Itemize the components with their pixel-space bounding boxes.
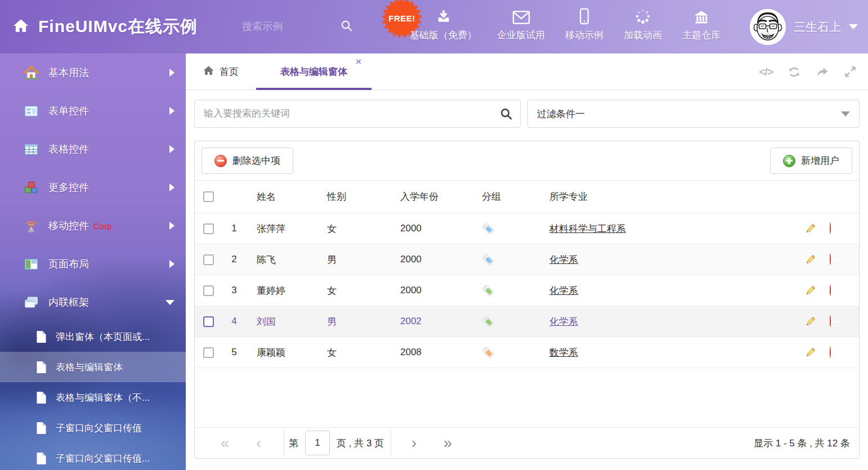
column-header-year[interactable]: 入学年份 bbox=[389, 190, 471, 203]
nav-item-enterprise-trial[interactable]: 企业版试用 bbox=[497, 7, 545, 42]
filter-row: 过滤条件一 bbox=[194, 100, 860, 128]
edit-icon[interactable] bbox=[804, 254, 816, 266]
sidebar-item-form-controls[interactable]: 表单控件 bbox=[0, 92, 186, 130]
tag-icon bbox=[482, 346, 494, 359]
major-link[interactable]: 材料科学与工程系 bbox=[549, 223, 626, 234]
nav-item-label: 移动示例 bbox=[565, 29, 603, 42]
tab-home[interactable]: 首页 bbox=[203, 53, 239, 90]
delete-row-icon[interactable] bbox=[830, 222, 831, 234]
chevron-down-icon bbox=[849, 24, 858, 29]
antenna-icon bbox=[24, 218, 39, 234]
table-header: 姓名 性别 入学年份 分组 所学专业 bbox=[195, 181, 859, 213]
filter-dropdown[interactable]: 过滤条件一 bbox=[527, 100, 860, 128]
cell-year: 2002 bbox=[389, 316, 471, 327]
prev-page-button[interactable]: ‹ bbox=[256, 436, 261, 451]
edit-icon[interactable] bbox=[804, 223, 816, 235]
row-index: 3 bbox=[223, 285, 245, 296]
header-search-input[interactable] bbox=[242, 21, 332, 33]
major-link[interactable]: 化学系 bbox=[549, 254, 578, 265]
first-page-button[interactable]: « bbox=[221, 436, 229, 451]
delete-row-icon[interactable] bbox=[830, 253, 831, 265]
column-header-gender[interactable]: 性别 bbox=[316, 190, 389, 203]
chevron-down-icon bbox=[841, 111, 850, 117]
sidebar-subitem-child-to-parent-2[interactable]: 子窗口向父窗口传值... bbox=[0, 443, 186, 470]
chevron-right-icon bbox=[169, 222, 175, 230]
column-header-group[interactable]: 分组 bbox=[471, 190, 538, 203]
app-title: FineUIMvc在线示例 bbox=[38, 15, 198, 38]
edit-icon[interactable] bbox=[804, 347, 816, 359]
open-new-window-icon[interactable] bbox=[816, 65, 829, 79]
chevron-right-icon bbox=[169, 69, 175, 77]
row-checkbox[interactable] bbox=[203, 347, 214, 358]
row-checkbox[interactable] bbox=[203, 254, 214, 265]
minus-circle-icon bbox=[214, 155, 227, 167]
close-icon[interactable]: × bbox=[356, 57, 361, 66]
sidebar-subitem-grid-edit-window[interactable]: 表格与编辑窗体 bbox=[0, 352, 186, 382]
delete-row-icon[interactable] bbox=[830, 284, 831, 296]
chevron-right-icon bbox=[169, 260, 175, 268]
chevron-down-icon bbox=[165, 300, 175, 305]
next-page-button[interactable]: › bbox=[411, 436, 417, 451]
add-user-button[interactable]: 新增用户 bbox=[770, 147, 852, 174]
header-nav: 基础版（免费） 企业版试用 移动示例 bbox=[410, 7, 721, 42]
sidebar-item-more-controls[interactable]: 更多控件 bbox=[0, 168, 186, 207]
column-header-name[interactable]: 姓名 bbox=[245, 190, 316, 203]
select-all-checkbox[interactable] bbox=[203, 191, 214, 202]
file-icon bbox=[36, 422, 47, 435]
keyword-search-input[interactable] bbox=[194, 100, 521, 128]
major-link[interactable]: 化学系 bbox=[549, 285, 578, 296]
row-checkbox[interactable] bbox=[203, 285, 214, 296]
nav-item-mobile-demo[interactable]: 移动示例 bbox=[565, 7, 603, 42]
sidebar-item-iframe[interactable]: 内联框架 bbox=[0, 283, 186, 321]
sidebar-subitem-grid-edit-window-2[interactable]: 表格与编辑窗体（不... bbox=[0, 382, 186, 413]
plus-circle-icon bbox=[783, 155, 795, 167]
sidebar-subitem-popup-window[interactable]: 弹出窗体（本页面或... bbox=[0, 321, 186, 352]
major-link[interactable]: 化学系 bbox=[549, 316, 578, 327]
refresh-icon[interactable] bbox=[788, 65, 801, 79]
sidebar-item-basic-usage[interactable]: 基本用法 bbox=[0, 53, 186, 92]
table-row-selected: 4 刘国 男 2002 化学系 bbox=[195, 306, 859, 337]
delete-row-icon[interactable] bbox=[830, 315, 831, 327]
cell-name: 刘国 bbox=[245, 315, 316, 328]
nav-item-loading-anim[interactable]: 加载动画 bbox=[624, 7, 662, 42]
fullscreen-icon[interactable] bbox=[844, 65, 857, 78]
sidebar-subitem-child-to-parent[interactable]: 子窗口向父窗口传值 bbox=[0, 413, 186, 443]
last-page-button[interactable]: » bbox=[444, 436, 452, 451]
delete-selected-button[interactable]: 删除选中项 bbox=[202, 147, 293, 174]
chevron-right-icon bbox=[169, 107, 175, 115]
row-checkbox[interactable] bbox=[203, 316, 214, 327]
sidebar-item-grid-controls[interactable]: 表格控件 bbox=[0, 130, 186, 168]
cell-name: 陈飞 bbox=[245, 253, 316, 266]
frames-icon bbox=[24, 295, 39, 310]
nav-item-theme-store[interactable]: 主题仓库 bbox=[682, 7, 721, 42]
avatar[interactable] bbox=[750, 9, 786, 45]
nav-item-label: 加载动画 bbox=[624, 29, 662, 42]
source-code-icon[interactable]: </> bbox=[759, 66, 773, 78]
search-icon[interactable] bbox=[499, 107, 513, 123]
nav-item-basic-edition[interactable]: 基础版（免费） bbox=[410, 7, 477, 42]
major-link[interactable]: 数学系 bbox=[549, 347, 578, 358]
row-checkbox[interactable] bbox=[203, 223, 214, 234]
tag-icon bbox=[482, 253, 494, 266]
pagination-bar: « ‹ 第 页 , 共 3 页 › » 显示 1 - 5 条 , 共 12 条 bbox=[195, 427, 859, 458]
cell-gender: 男 bbox=[316, 315, 389, 328]
edit-icon[interactable] bbox=[804, 316, 816, 328]
delete-row-icon[interactable] bbox=[830, 346, 831, 358]
column-header-major[interactable]: 所学专业 bbox=[538, 190, 793, 203]
pagination-divider bbox=[391, 429, 391, 456]
grid-toolbar: 删除选中项 新增用户 bbox=[195, 141, 859, 181]
edit-icon[interactable] bbox=[804, 285, 816, 297]
tab-grid-edit-window[interactable]: 表格与编辑窗体 × bbox=[256, 53, 372, 90]
file-icon bbox=[36, 330, 47, 343]
sidebar-item-page-layout[interactable]: 页面布局 bbox=[0, 245, 186, 283]
user-menu[interactable]: 三生石上 bbox=[750, 0, 858, 53]
cell-name: 董婷婷 bbox=[245, 284, 316, 297]
tag-icon bbox=[482, 284, 494, 297]
file-icon bbox=[36, 361, 47, 374]
chevron-right-icon bbox=[169, 145, 175, 153]
app-logo[interactable]: FineUIMvc在线示例 bbox=[12, 0, 198, 53]
search-icon[interactable] bbox=[340, 19, 353, 34]
chevron-right-icon bbox=[169, 183, 175, 191]
sidebar-item-mobile-controls[interactable]: 移动控件 Corp. bbox=[0, 207, 186, 245]
page-number-input[interactable] bbox=[305, 431, 330, 455]
